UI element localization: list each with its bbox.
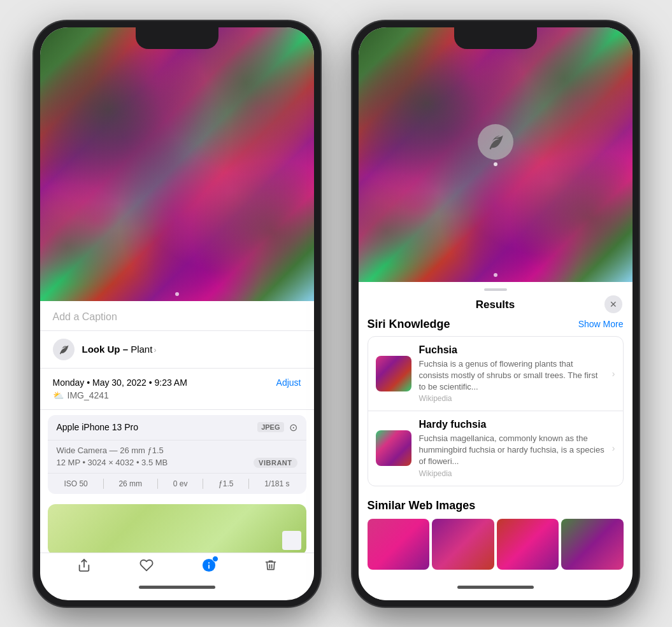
similar-image-2[interactable] <box>432 519 494 570</box>
share-button[interactable] <box>77 558 91 576</box>
meta-filename-row: ⛅ IMG_4241 <box>53 390 301 400</box>
hardy-fuchsia-source: Wikipedia <box>419 469 604 478</box>
device-section: Apple iPhone 13 Pro JPEG ⊙ Wide Camera —… <box>48 415 306 494</box>
hardy-fuchsia-thumbnail <box>376 430 411 466</box>
info-badge <box>212 556 218 562</box>
bottom-toolbar <box>40 553 314 581</box>
meta-date: Monday • May 30, 2022 • 9:23 AM <box>53 377 187 388</box>
caption-placeholder[interactable]: Add a Caption <box>53 311 117 322</box>
close-button[interactable]: ✕ <box>604 295 622 313</box>
visual-search-icon <box>487 133 504 151</box>
exif-row: ISO 50 26 mm 0 ev ƒ1.5 1/181 s <box>48 474 306 494</box>
favorite-button[interactable] <box>139 558 154 576</box>
page-dot <box>175 292 179 296</box>
siri-knowledge-section: Siri Knowledge Show More Fuchsia Fuchsia… <box>359 318 633 493</box>
lookup-subject: Plant <box>131 344 152 355</box>
lookup-label: Look Up – <box>82 344 131 355</box>
resolution: 12 MP • 3024 × 4032 • 3.5 MB <box>57 458 168 467</box>
exif-divider-3 <box>203 479 203 489</box>
right-phone-inner: Results ✕ Siri Knowledge Show More <box>359 27 633 600</box>
knowledge-item-fuchsia[interactable]: Fuchsia Fuchsia is a genus of flowering … <box>368 337 623 412</box>
right-screen: Results ✕ Siri Knowledge Show More <box>359 27 633 600</box>
lookup-text: Look Up – Plant› <box>82 344 157 355</box>
adjust-button[interactable]: Adjust <box>276 377 301 388</box>
knowledge-item-hardy-fuchsia[interactable]: Hardy fuchsia Fuchsia magellanica, commo… <box>368 411 623 486</box>
results-sheet: Results ✕ Siri Knowledge Show More <box>359 282 633 600</box>
camera-row: Wide Camera — 26 mm ƒ1.5 12 MP • 3024 × … <box>48 440 306 474</box>
device-row: Apple iPhone 13 Pro JPEG ⊙ <box>48 415 306 440</box>
right-page-dot <box>494 273 497 277</box>
phones-container: Add a Caption Look Up – Plant› <box>34 21 639 607</box>
exif-divider-4 <box>248 479 249 489</box>
meta-date-row: Monday • May 30, 2022 • 9:23 AM Adjust <box>53 377 301 388</box>
exif-aperture: ƒ1.5 <box>218 479 233 488</box>
exif-divider-2 <box>157 479 158 489</box>
notch <box>136 27 218 49</box>
exif-focal: 26 mm <box>118 479 142 488</box>
left-phone-inner: Add a Caption Look Up – Plant› <box>40 27 314 600</box>
specs-row: 12 MP • 3024 × 4032 • 3.5 MB VIBRANT <box>57 458 297 468</box>
lookup-row[interactable]: Look Up – Plant› <box>40 331 314 369</box>
jpeg-badge: JPEG <box>257 422 283 432</box>
sheet-title: Results <box>476 299 515 311</box>
exif-shutter: 1/181 s <box>264 479 289 488</box>
lookup-chevron: › <box>154 346 156 355</box>
left-phone: Add a Caption Look Up – Plant› <box>34 21 320 607</box>
device-badges: JPEG ⊙ <box>257 421 297 433</box>
exif-iso: ISO 50 <box>64 479 87 488</box>
exif-divider-1 <box>103 479 104 489</box>
info-button[interactable] <box>202 558 216 576</box>
svg-point-2 <box>208 562 209 563</box>
lookup-icon <box>53 339 75 360</box>
delete-button[interactable] <box>264 558 277 576</box>
fuchsia-content: Fuchsia Fuchsia is a genus of flowering … <box>419 344 604 404</box>
visual-search-dot <box>494 162 497 166</box>
similar-images-section: Similar Web Images <box>359 493 633 570</box>
camera-details: Wide Camera — 26 mm ƒ1.5 <box>57 446 297 455</box>
fuchsia-thumbnail <box>376 356 411 391</box>
similar-images-grid <box>368 519 624 570</box>
hardy-fuchsia-chevron: › <box>612 443 615 453</box>
cloud-icon: ⛅ <box>53 390 64 400</box>
sheet-header: Results ✕ <box>359 291 633 318</box>
siri-knowledge-title: Siri Knowledge <box>368 318 450 331</box>
knowledge-card: Fuchsia Fuchsia is a genus of flowering … <box>368 336 624 486</box>
svg-rect-3 <box>208 565 210 568</box>
home-indicator <box>139 586 215 589</box>
hardy-fuchsia-name: Hardy fuchsia <box>419 419 604 430</box>
similar-image-3[interactable] <box>497 519 559 570</box>
leaf-icon <box>58 344 69 355</box>
similar-images-title: Similar Web Images <box>368 499 624 512</box>
flower-image[interactable] <box>40 27 314 301</box>
right-phone: Results ✕ Siri Knowledge Show More <box>352 21 639 607</box>
visual-search-button[interactable] <box>478 124 513 160</box>
fuchsia-description: Fuchsia is a genus of flowering plants t… <box>419 358 604 393</box>
device-name: Apple iPhone 13 Pro <box>57 422 138 432</box>
map-preview[interactable] <box>48 504 306 555</box>
show-more-button[interactable]: Show More <box>578 319 624 329</box>
caption-area[interactable]: Add a Caption <box>40 301 314 331</box>
hardy-fuchsia-content: Hardy fuchsia Fuchsia magellanica, commo… <box>419 419 604 478</box>
hardy-fuchsia-description: Fuchsia magellanica, commonly known as t… <box>419 433 604 468</box>
camera-settings-icon[interactable]: ⊙ <box>289 421 297 433</box>
similar-image-1[interactable] <box>368 519 430 570</box>
metadata-section: Monday • May 30, 2022 • 9:23 AM Adjust ⛅… <box>40 369 314 410</box>
left-screen: Add a Caption Look Up – Plant› <box>40 27 314 600</box>
filename: IMG_4241 <box>68 390 109 400</box>
right-home-indicator <box>457 586 534 589</box>
fuchsia-chevron: › <box>612 369 615 379</box>
fuchsia-name: Fuchsia <box>419 344 604 356</box>
flower-image-right[interactable] <box>359 27 633 282</box>
right-notch <box>454 27 537 49</box>
siri-knowledge-header: Siri Knowledge Show More <box>368 318 624 331</box>
vibrant-badge: VIBRANT <box>254 458 297 468</box>
fuchsia-source: Wikipedia <box>419 394 604 403</box>
exif-ev: 0 ev <box>173 479 188 488</box>
similar-image-4[interactable] <box>561 519 624 570</box>
